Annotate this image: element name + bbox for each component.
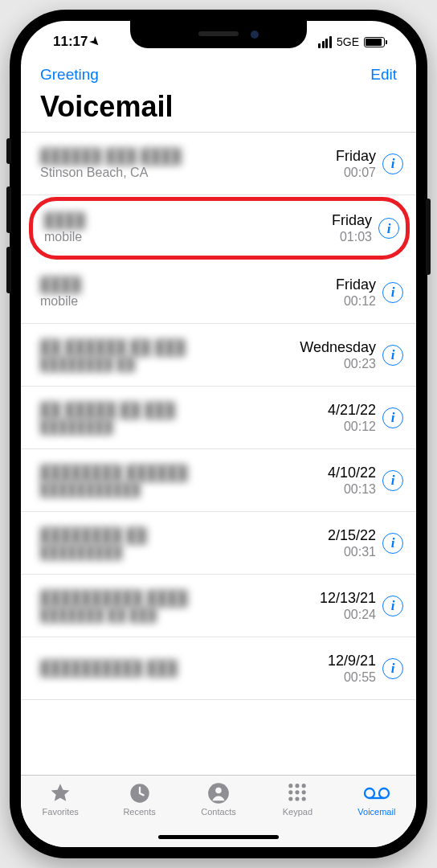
voicemail-caller: ████████ ██ [40, 527, 328, 544]
voicemail-row[interactable]: ████mobileFriday00:12i [21, 261, 416, 324]
voicemail-date: Friday [336, 276, 376, 293]
nav-row: Greeting Edit [21, 63, 416, 85]
svg-point-2 [215, 788, 221, 793]
info-button[interactable]: i [382, 154, 403, 174]
tab-label: Keypad [283, 807, 312, 817]
svg-point-11 [302, 796, 306, 800]
status-time: 11:17 [53, 34, 88, 50]
volume-down-button [6, 247, 11, 293]
voicemail-date: 4/10/22 [328, 465, 376, 481]
info-button[interactable]: i [382, 407, 403, 428]
voicemail-row[interactable]: ████████ █████████████████4/10/2200:13i [21, 449, 416, 512]
info-button[interactable]: i [378, 218, 399, 239]
info-button[interactable]: i [382, 345, 403, 366]
voicemail-subtitle: ████████ ██ [40, 357, 300, 371]
svg-point-8 [302, 790, 306, 794]
svg-point-7 [296, 790, 300, 794]
voicemail-caller: ████ [44, 212, 332, 229]
voicemail-row[interactable]: ████mobileFriday01:03i [29, 197, 410, 260]
voicemail-duration: 00:24 [320, 608, 376, 622]
voicemail-date: Wednesday [300, 339, 376, 356]
voicemail-caller: ██████ ███ ████ [40, 148, 336, 165]
voicemail-subtitle: ███████ ██ ███ [40, 608, 320, 622]
network-type-label: 5GE [337, 35, 359, 48]
tab-label: Recents [123, 807, 155, 817]
voicemail-duration: 00:12 [336, 294, 376, 309]
voicemail-caller: ██████████ ████ [40, 590, 320, 607]
voicemail-duration: 00:55 [328, 670, 376, 685]
voicemail-caller: ██████████ ███ [40, 660, 328, 677]
info-button[interactable]: i [382, 658, 403, 679]
location-services-icon: ➤ [88, 34, 104, 50]
voicemail-caller: ██ █████ ██ ███ [40, 402, 328, 419]
voicemail-subtitle: ████████ [40, 420, 328, 434]
voicemail-row[interactable]: ██ █████ ██ ███████████4/21/2200:12i [21, 387, 416, 449]
voicemail-caller: ██ ██████ ██ ███ [40, 339, 300, 356]
voicemail-duration: 00:13 [328, 482, 376, 497]
notch [130, 21, 307, 48]
home-indicator[interactable] [158, 835, 279, 839]
voicemail-date: Friday [336, 148, 376, 165]
voicemail-subtitle: mobile [44, 230, 332, 244]
front-camera [251, 31, 259, 39]
voicemail-row[interactable]: ██████████ ███████████ ██ ███12/13/2100:… [21, 575, 416, 637]
voicemail-duration: 00:12 [328, 420, 376, 434]
star-icon [49, 782, 71, 805]
greeting-button[interactable]: Greeting [40, 66, 99, 84]
voicemail-row[interactable]: ██████ ███ ████Stinson Beach, CAFriday00… [21, 133, 416, 195]
voicemail-duration: 00:23 [300, 357, 376, 371]
voicemail-row[interactable]: ██████████ ███12/9/2100:55i [21, 637, 416, 700]
voicemail-icon [363, 782, 390, 805]
voicemail-list[interactable]: ██████ ███ ████Stinson Beach, CAFriday00… [21, 132, 416, 775]
battery-icon [364, 37, 387, 47]
voicemail-date: 12/9/21 [328, 653, 376, 669]
person-icon [207, 782, 230, 805]
tab-label: Favorites [43, 807, 79, 817]
volume-up-button [6, 186, 11, 233]
tab-voicemail[interactable]: Voicemail [337, 782, 416, 847]
info-button[interactable]: i [382, 470, 403, 491]
voicemail-duration: 00:31 [328, 545, 376, 559]
info-button[interactable]: i [382, 596, 403, 616]
keypad-icon [286, 782, 308, 805]
svg-point-3 [289, 784, 293, 788]
power-button [426, 199, 431, 275]
voicemail-row[interactable]: ████████ ███████████2/15/2200:31i [21, 512, 416, 575]
voicemail-date: 2/15/22 [328, 527, 376, 544]
tab-favorites[interactable]: Favorites [21, 782, 100, 847]
tab-label: Voicemail [357, 807, 395, 817]
voicemail-subtitle: mobile [40, 294, 336, 309]
voicemail-subtitle: █████████ [40, 545, 328, 559]
voicemail-caller: ████ [40, 276, 336, 293]
voicemail-date: 4/21/22 [328, 402, 376, 419]
voicemail-subtitle: Stinson Beach, CA [40, 166, 336, 180]
clock-icon [129, 782, 151, 805]
svg-point-6 [289, 790, 293, 794]
svg-point-5 [302, 784, 306, 788]
svg-point-10 [296, 796, 300, 800]
voicemail-row[interactable]: ██ ██████ ██ ███████████ ██Wednesday00:2… [21, 324, 416, 387]
info-button[interactable]: i [382, 282, 403, 303]
voicemail-subtitle: ███████████ [40, 482, 328, 497]
svg-point-12 [365, 788, 374, 798]
voicemail-duration: 00:07 [336, 166, 376, 180]
voicemail-caller: ████████ ██████ [40, 465, 328, 481]
page-title: Voicemail [21, 85, 416, 132]
voicemail-date: Friday [332, 212, 372, 229]
svg-point-4 [296, 784, 300, 788]
phone-frame: 11:17 ➤ 5GE Greeting Edit Voicemail ████… [10, 10, 427, 858]
cellular-signal-icon [318, 36, 332, 48]
screen: 11:17 ➤ 5GE Greeting Edit Voicemail ████… [21, 21, 416, 847]
svg-point-9 [289, 796, 293, 800]
info-button[interactable]: i [382, 533, 403, 554]
mute-switch [6, 138, 11, 164]
tab-label: Contacts [201, 807, 235, 817]
speaker-grille [198, 31, 239, 36]
voicemail-date: 12/13/21 [320, 590, 376, 607]
svg-point-13 [379, 788, 389, 798]
edit-button[interactable]: Edit [370, 66, 397, 84]
voicemail-duration: 01:03 [332, 230, 372, 244]
